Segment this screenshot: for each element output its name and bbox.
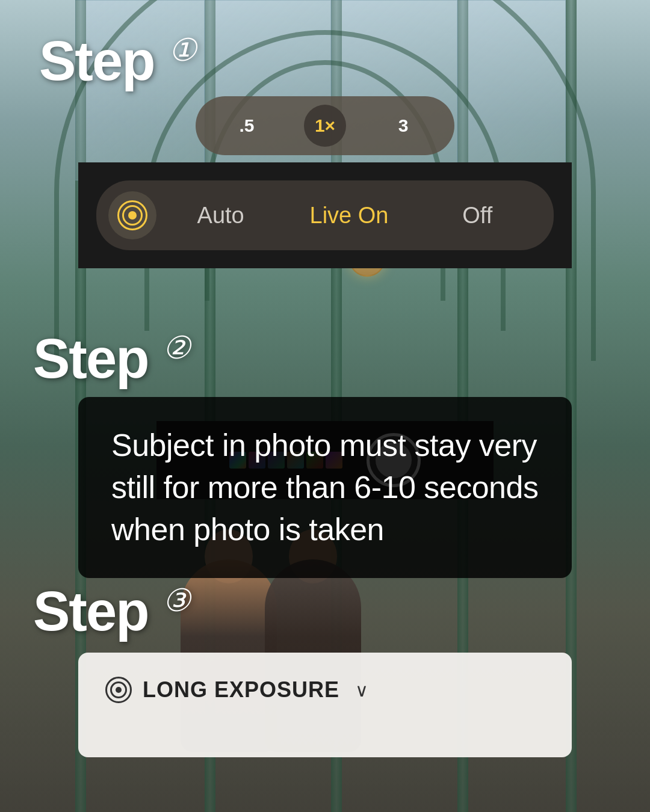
step-2-label: Step ②: [33, 331, 190, 386]
long-exposure-label: LONG EXPOSURE: [143, 677, 339, 703]
zoom-1x-button[interactable]: 1×: [304, 105, 346, 147]
live-icon-rings: [117, 200, 147, 230]
step-3-word: Step: [33, 580, 148, 642]
main-content: Step ① .5 1× 3 Auto Live On: [0, 0, 650, 812]
step-2-description-box: Subject in photo must stay very still fo…: [78, 397, 572, 578]
live-icon-dot: [128, 211, 137, 220]
long-exposure-icon: [105, 677, 132, 703]
step-1-label: Step ①: [39, 33, 196, 88]
step-2-word: Step: [33, 328, 148, 389]
live-option-auto[interactable]: Auto: [156, 203, 285, 229]
zoom-3-button[interactable]: 3: [382, 105, 424, 147]
step-1-number: ①: [169, 32, 196, 67]
step-1-word: Step: [39, 30, 154, 91]
zoom-bar-container: .5 1× 3: [78, 96, 572, 155]
zoom-bar: .5 1× 3: [196, 96, 454, 155]
live-option-off[interactable]: Off: [413, 203, 542, 229]
step-2-number: ②: [162, 330, 190, 365]
chevron-down-icon[interactable]: ∨: [355, 680, 368, 701]
live-bar-outer: Auto Live On Off: [78, 162, 572, 268]
step-2-description-text: Subject in photo must stay very still fo…: [111, 424, 539, 551]
step-3-label: Step ③: [33, 583, 190, 639]
long-exposure-icon-dot: [116, 687, 122, 693]
step-3-number: ③: [162, 583, 190, 618]
live-icon-wrapper: [108, 191, 156, 239]
live-photo-bar: Auto Live On Off: [96, 180, 554, 250]
long-exposure-row[interactable]: LONG EXPOSURE ∨: [105, 677, 545, 703]
live-option-live-on[interactable]: Live On: [285, 203, 413, 229]
live-bar-container: Auto Live On Off: [78, 162, 572, 268]
step-3-panel: LONG EXPOSURE ∨: [78, 653, 572, 757]
zoom-05-button[interactable]: .5: [226, 105, 268, 147]
